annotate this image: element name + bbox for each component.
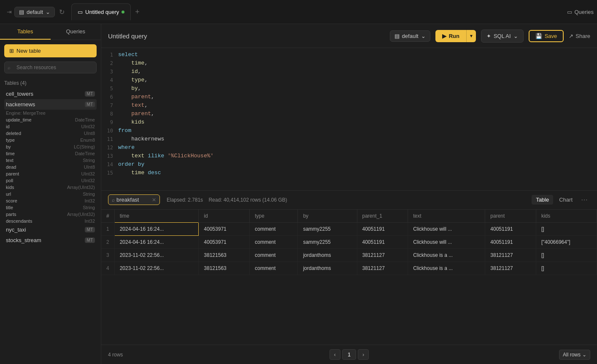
refresh-button[interactable]: ↻	[57, 6, 66, 18]
schema-row: typeEnum8	[4, 137, 97, 143]
save-icon: 💾	[535, 33, 542, 39]
queries-button[interactable]: ▭ Queries	[567, 9, 594, 15]
table-row: 1 2024-04-16 16:24... 40053971 comment s…	[101, 222, 597, 235]
table-row: 4 2023-11-02 22:56... 38121563 comment j…	[101, 262, 597, 275]
page-title: Untitled query	[108, 32, 385, 40]
code-line: 10from	[101, 127, 597, 136]
more-options-button[interactable]: ⋯	[578, 194, 590, 205]
sql-ai-icon: ✦	[486, 33, 491, 39]
query-tab-active[interactable]: ▭ Untitled query	[71, 3, 131, 20]
run-dropdown-button[interactable]: ▾	[466, 30, 476, 42]
elapsed-text: Elapsed: 2.781s Read: 40,414,102 rows (1…	[167, 197, 287, 203]
chevron-down-icon: ⌄	[46, 9, 50, 15]
page-next-button[interactable]: ›	[358, 349, 369, 360]
schema-row: titleString	[4, 204, 97, 211]
db-selector-label: default	[402, 33, 419, 39]
search-filter-clear-button[interactable]: ✕	[152, 197, 156, 203]
page-prev-button[interactable]: ‹	[330, 349, 340, 360]
queries-icon: ▭	[567, 9, 572, 15]
share-button[interactable]: ↗ Share	[569, 33, 590, 39]
code-editor[interactable]: 1select2 time,3 id,4 type,5 by,6 parent,…	[101, 48, 597, 190]
topbar-left: ⇥ ▤ default ⌄ ↻	[3, 6, 70, 18]
tab-unsaved-dot	[122, 11, 124, 13]
sql-ai-chevron: ⌄	[513, 33, 518, 39]
view-toggle: Table Chart ⋯	[532, 194, 590, 205]
query-tab-label: Untitled query	[85, 9, 119, 15]
schema-rows: update_timeDateTimeidUInt32deletedUInt8t…	[4, 116, 97, 224]
db-name: default	[27, 9, 43, 15]
sidebar-item-stocks-stream[interactable]: stocks_stream MT	[4, 235, 97, 245]
schema-row: byLC(String)	[4, 143, 97, 150]
schema-row: parentUInt32	[4, 170, 97, 177]
run-button[interactable]: ▶ Run	[435, 30, 466, 42]
sidebar: Tables Queries ⊞ New table ⌕ Tables (4) …	[0, 24, 101, 364]
table-view-button[interactable]: Table	[532, 195, 553, 205]
share-icon: ↗	[569, 33, 573, 39]
col-header-type: type	[249, 210, 297, 223]
code-line: 7 text,	[101, 102, 597, 111]
add-tab-button[interactable]: +	[132, 6, 143, 18]
col-header-text: text	[408, 210, 485, 223]
chart-view-button[interactable]: Chart	[555, 195, 577, 205]
tab-tables[interactable]: Tables	[0, 24, 51, 40]
table-row: 3 2023-11-02 22:56... 38121563 comment j…	[101, 248, 597, 262]
search-icon: ⌕	[8, 65, 11, 70]
schema-row: urlString	[4, 191, 97, 197]
col-header-by: by	[298, 210, 357, 223]
search-resources-input[interactable]	[4, 62, 97, 73]
schema-row: timeDateTime	[4, 150, 97, 157]
query-header: Untitled query ▤ default ⌄ ▶ Run ▾ ✦ SQL…	[101, 24, 597, 48]
new-table-icon: ⊞	[9, 48, 14, 54]
code-line: 3 id,	[101, 68, 597, 77]
table-row: 2 2024-04-16 16:24... 40053971 comment s…	[101, 235, 597, 248]
pagination: 4 rows ‹ 1 › All rows ⌄	[101, 345, 597, 364]
back-icon: ⇥	[7, 8, 12, 15]
tab-area: ▭ Untitled query +	[71, 3, 565, 20]
code-line: 8 parent,	[101, 111, 597, 119]
schema-row: deadUInt8	[4, 164, 97, 170]
code-line: 2 time,	[101, 60, 597, 68]
col-header-num: #	[101, 210, 114, 223]
code-line: 4 type,	[101, 77, 597, 85]
schema-row: deletedUInt8	[4, 130, 97, 137]
db-selector-icon: ▤	[394, 33, 400, 39]
results-table: # time id type by parent_1 text parent k…	[101, 210, 597, 275]
sidebar-content: Tables (4) cell_towers MT hackernews MT …	[0, 78, 101, 364]
db-selector[interactable]: ▤ default ⌄	[390, 30, 430, 42]
run-icon: ▶	[442, 33, 446, 39]
schema-row: scoreInt32	[4, 197, 97, 204]
page-nav: ‹ 1 ›	[330, 349, 369, 360]
code-line: 5 by,	[101, 85, 597, 94]
engine-label: Engine: MergeTree	[4, 110, 97, 116]
search-filter: ⌕ ✕	[108, 194, 160, 205]
col-header-time: time	[114, 210, 199, 223]
editor-area: Untitled query ▤ default ⌄ ▶ Run ▾ ✦ SQL…	[101, 24, 597, 364]
tab-queries[interactable]: Queries	[51, 24, 101, 40]
rows-per-page-selector[interactable]: All rows ⌄	[559, 350, 590, 360]
sidebar-tabs: Tables Queries	[0, 24, 101, 40]
schema-row: kidsArray(UInt32)	[4, 184, 97, 191]
db-selector-topbar[interactable]: ▤ default ⌄	[14, 7, 55, 17]
sidebar-item-cell-towers[interactable]: cell_towers MT	[4, 89, 97, 99]
schema-row: descendantsInt32	[4, 218, 97, 224]
sql-ai-button[interactable]: ✦ SQL AI ⌄	[481, 30, 524, 43]
rows-count: 4 rows	[108, 352, 123, 358]
search-filter-icon: ⌕	[112, 197, 115, 203]
topbar: ⇥ ▤ default ⌄ ↻ ▭ Untitled query + ▭ Que…	[0, 0, 597, 24]
search-filter-input[interactable]	[116, 197, 150, 203]
schema-row: textString	[4, 157, 97, 164]
sidebar-item-nyc-taxi[interactable]: nyc_taxi MT	[4, 224, 97, 235]
schema-row: partsArray(UInt32)	[4, 211, 97, 218]
db-selector-chevron: ⌄	[421, 33, 426, 39]
search-box: ⌕	[4, 62, 97, 73]
schema-row: pollUInt32	[4, 177, 97, 184]
queries-label: Queries	[574, 9, 594, 15]
main-layout: Tables Queries ⊞ New table ⌕ Tables (4) …	[0, 24, 597, 364]
code-line: 15 time desc	[101, 170, 597, 178]
new-table-button[interactable]: ⊞ New table	[4, 44, 97, 57]
sidebar-item-hackernews[interactable]: hackernews MT	[4, 99, 97, 110]
col-header-parent: parent	[485, 210, 536, 223]
save-button[interactable]: 💾 Save	[529, 30, 564, 42]
code-line: 6 parent,	[101, 94, 597, 102]
code-line: 11 hackernews	[101, 136, 597, 144]
